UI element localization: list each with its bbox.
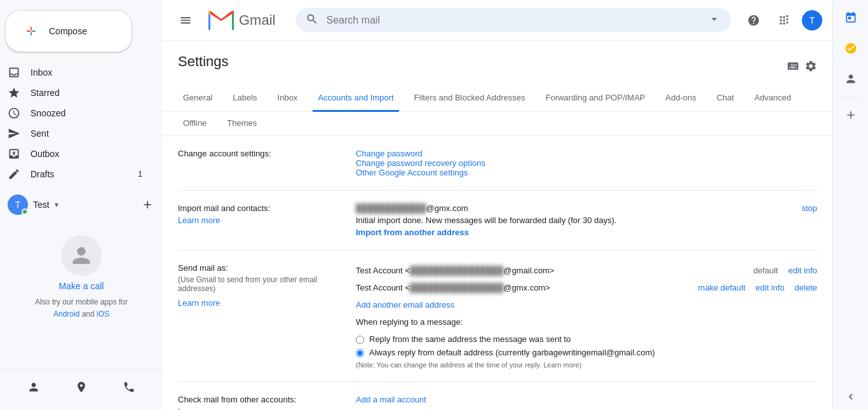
import-mail-content: ████████████@gmx.com Initial import done… [356,203,817,237]
sent-label: Sent [31,128,142,139]
send-account-1: Test Account <████████████████@gmail.com… [356,263,817,278]
compose-button[interactable]: Compose [5,10,132,52]
search-dropdown-icon[interactable] [708,13,721,27]
settings-area: Settings General Labels Inbox Acc [163,41,832,410]
tab-inbox[interactable]: Inbox [273,85,303,112]
tab-offline[interactable]: Offline [178,112,212,136]
svg-rect-3 [32,31,36,32]
tab-filters[interactable]: Filters and Blocked Addresses [409,85,531,112]
calendar-panel-icon[interactable] [838,5,864,31]
contacts-bottom-icon[interactable] [21,374,46,400]
tab-chat[interactable]: Chat [712,85,739,112]
make-call-link[interactable]: Make a call [59,281,104,291]
contacts-panel-icon[interactable] [838,66,864,92]
reply-radio-default[interactable] [356,349,364,357]
other-settings-link[interactable]: Other Google Account settings [356,168,468,177]
tab-advanced[interactable]: Advanced [749,85,796,112]
sidebar-item-drafts[interactable]: Drafts 1 [0,164,153,184]
import-email-blurred: ████████████ [356,203,426,213]
sidebar: Compose Inbox Starred Snoozed [0,0,163,410]
tab-themes[interactable]: Themes [222,112,262,136]
search-input[interactable] [326,15,700,26]
starred-label: Starred [31,88,142,98]
send-mail-row: Send mail as: (Use Gmail to send from yo… [178,250,817,382]
sidebar-item-inbox[interactable]: Inbox [0,62,153,83]
tasks-panel-icon[interactable] [838,36,864,61]
right-panel [832,0,868,410]
phone-bottom-icon[interactable] [116,374,142,400]
reply-radio-same[interactable] [356,336,364,344]
call-avatar [61,235,102,276]
topbar: Gmail T [163,0,832,41]
apps-icon[interactable] [771,8,797,33]
android-link[interactable]: Android [53,310,79,318]
add-email-link[interactable]: Add another email address [356,300,454,310]
add-account-button[interactable] [140,197,155,212]
tab-general[interactable]: General [178,85,217,112]
import-learn-more-link[interactable]: Learn more [178,215,220,225]
inbox-label: Inbox [31,67,142,78]
tab-labels[interactable]: Labels [227,85,262,112]
user-section: T Test ▾ [0,189,163,220]
svg-rect-4 [31,32,32,36]
outbox-label: Outbox [31,149,142,159]
help-icon[interactable] [741,8,766,33]
send-account-1-actions: default edit info [753,266,817,275]
check-mail-learn-more[interactable]: Learn more [178,407,220,410]
search-icon [306,13,318,27]
sidebar-item-outbox[interactable]: Outbox [0,144,153,164]
ios-link[interactable]: iOS [97,310,109,318]
import-mail-label: Import mail and contacts: Learn more [178,203,356,237]
compose-plus-icon [21,21,41,41]
tab-accounts[interactable]: Accounts and Import [313,85,398,112]
send-mail-learn-more-link[interactable]: Learn more [178,298,220,308]
change-recovery-link[interactable]: Change password recovery options [356,158,485,168]
svg-rect-1 [27,31,31,32]
settings-header: Settings [163,41,832,80]
bottom-icons [0,369,163,405]
import-another-link[interactable]: Import from another address [356,228,469,237]
change-password-link[interactable]: Change password [356,149,423,158]
sidebar-item-sent[interactable]: Sent [0,123,153,144]
change-account-row: Change account settings: Change password… [178,136,817,191]
settings-gear-icon[interactable] [804,60,817,74]
draft-icon [8,168,20,181]
reply-note: (Note: You can change the address at the… [356,361,817,369]
edit-info-link-1[interactable]: edit info [788,266,817,275]
svg-point-0 [21,21,41,41]
drafts-count: 1 [138,170,142,179]
send-icon [8,127,20,140]
import-mail-row: Import mail and contacts: Learn more ███… [178,191,817,250]
edit-info-link-2[interactable]: edit info [756,283,785,292]
tab-forwarding[interactable]: Forwarding and POP/IMAP [540,85,650,112]
user-name: Test [33,200,50,210]
add-mail-account-link[interactable]: Add a mail account [356,395,426,404]
sidebar-item-starred[interactable]: Starred [0,83,153,103]
star-icon [8,86,20,99]
send-mail-content: Test Account <████████████████@gmail.com… [356,263,817,369]
avatar[interactable]: T [8,195,28,215]
settings-content: Change account settings: Change password… [163,136,832,410]
gmail-label: Gmail [239,12,275,29]
tab-addons[interactable]: Add-ons [660,85,701,112]
sidebar-item-snoozed[interactable]: Snoozed [0,103,153,123]
send-account-2-actions: make default edit info delete [698,283,817,292]
expand-panel-icon[interactable] [844,390,857,405]
search-bar[interactable] [295,8,731,32]
user-profile-icon[interactable]: T [802,10,822,31]
user-dropdown-icon[interactable]: ▾ [55,200,58,209]
location-bottom-icon[interactable] [69,374,94,400]
right-panel-divider [841,97,861,97]
user-status-dot [22,208,28,215]
delete-link[interactable]: delete [795,283,817,292]
add-panel-icon[interactable] [838,102,864,128]
make-default-link[interactable]: make default [698,283,745,292]
hamburger-icon[interactable] [173,8,198,33]
avatar-letter: T [15,200,21,210]
import-stop-link[interactable]: stop [801,203,817,213]
gmail-logo: Gmail [208,11,275,30]
keyboard-shortcut-icon[interactable] [787,60,799,74]
reply-option-same: Reply from the same address the message … [356,334,817,344]
settings-tabs: General Labels Inbox Accounts and Import… [163,85,832,112]
check-mail-label: Check mail from other accounts: Learn mo… [178,395,356,410]
